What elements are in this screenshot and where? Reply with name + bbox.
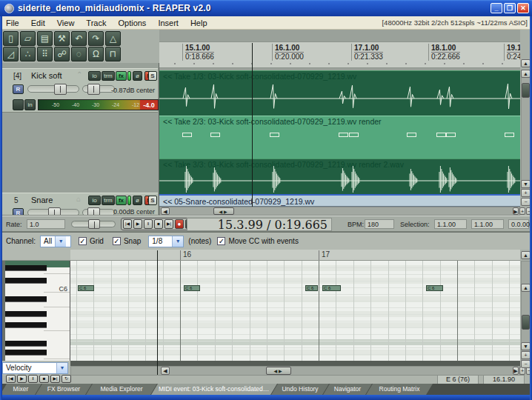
tab-navigator[interactable]: Navigator xyxy=(323,384,372,395)
go-to-end-button[interactable]: ▶| xyxy=(164,219,173,229)
lock-icon[interactable]: ⊓ xyxy=(105,47,121,61)
piano-keyboard[interactable]: C6 xyxy=(2,261,70,361)
midi-note[interactable]: C 6 xyxy=(426,285,443,291)
fx-button[interactable]: fx xyxy=(116,196,127,205)
play-button[interactable]: ▶ xyxy=(133,219,142,229)
menu-help[interactable]: Help xyxy=(184,17,213,29)
volume-slider-thumb[interactable] xyxy=(54,84,67,95)
volume-slider[interactable] xyxy=(27,85,79,93)
grid-settings-icon[interactable]: ⠿ xyxy=(37,47,53,61)
minimize-button[interactable]: _ xyxy=(491,3,502,13)
take-lane-1[interactable]: << Take 1/3: 03-Kick soft-consolidated-0… xyxy=(159,70,520,116)
pause-button[interactable]: ‖ xyxy=(144,219,153,229)
go-to-start-button[interactable]: |◀ xyxy=(123,219,132,229)
ripple-edit-icon[interactable]: ◌ xyxy=(71,47,87,61)
save-project-icon[interactable]: ▤ xyxy=(37,31,53,46)
record-arm-button[interactable]: R xyxy=(13,208,24,216)
track-name[interactable]: Kick soft xyxy=(31,71,62,80)
envelope-icon[interactable]: ◿ xyxy=(3,47,19,61)
open-project-icon[interactable]: ▱ xyxy=(20,31,36,46)
project-settings-icon[interactable]: ⚒ xyxy=(54,31,70,46)
black-key[interactable] xyxy=(5,278,47,284)
black-key[interactable] xyxy=(5,350,47,356)
pan-slider-thumb[interactable] xyxy=(87,207,100,216)
snap-checkbox[interactable]: ✓ xyxy=(113,237,121,245)
fx-enabled-led[interactable] xyxy=(127,196,131,205)
snap-magnet-icon[interactable]: Ω xyxy=(88,47,104,61)
midi-ruler[interactable]: 1617 xyxy=(70,250,520,261)
move-cc-checkbox[interactable]: ✓ xyxy=(217,237,225,245)
grid-checkbox[interactable]: ✓ xyxy=(79,237,87,245)
folder-collapse-icon[interactable]: ⌃ xyxy=(76,70,82,79)
menu-edit[interactable]: Edit xyxy=(25,17,51,29)
playback-position[interactable]: 15.3.99 / 0:19.665 xyxy=(187,218,332,231)
menu-view[interactable]: View xyxy=(51,17,81,29)
scroll-left-icon[interactable]: ◀ xyxy=(161,207,170,215)
undo-icon[interactable]: ↶ xyxy=(71,31,87,46)
midi-note[interactable]: C 6 xyxy=(184,285,200,291)
fx-enabled-led[interactable] xyxy=(127,71,131,81)
routing-icon[interactable]: ∴ xyxy=(20,47,36,61)
arrange-hscroll-thumb[interactable]: ◀▶ xyxy=(213,207,234,215)
speaker-button[interactable] xyxy=(13,99,24,110)
zoom-in-icon[interactable]: + xyxy=(519,207,525,215)
rate-slider[interactable] xyxy=(71,221,116,227)
selection-end[interactable]: 1.1.00 xyxy=(471,219,504,229)
record-button[interactable]: ● xyxy=(175,219,184,229)
scroll-left-icon[interactable]: ◀ xyxy=(161,367,170,375)
bpm-value[interactable]: 180 xyxy=(365,219,394,229)
rate-slider-thumb[interactable] xyxy=(88,219,100,229)
pause-button[interactable]: ‖ xyxy=(28,375,38,383)
menu-track[interactable]: Track xyxy=(80,17,112,29)
grid-division-select[interactable]: 1/8 ▼ xyxy=(148,236,184,247)
record-arm-button[interactable]: R xyxy=(13,84,24,94)
tab-midi-event-03-kick-soft-cons[interactable]: MIDI event: 03-Kick soft-consolidated-07… xyxy=(151,384,277,395)
black-key[interactable] xyxy=(5,311,47,317)
track-name[interactable]: Snare xyxy=(31,196,53,204)
chevron-down-icon[interactable]: ▼ xyxy=(56,363,67,373)
tab-fx-browser[interactable]: FX Browser xyxy=(36,384,92,395)
rate-value[interactable]: 1.0 xyxy=(27,219,65,229)
trim-button[interactable]: trm xyxy=(102,196,115,205)
io-button[interactable]: io xyxy=(88,196,101,205)
selection-start[interactable]: 1.1.00 xyxy=(434,219,467,229)
channel-select[interactable]: All ▼ xyxy=(40,236,71,247)
stop-button[interactable]: ■ xyxy=(154,219,163,229)
input-button[interactable]: in xyxy=(24,99,36,110)
io-button[interactable]: io xyxy=(88,71,101,81)
track-panel-snare[interactable]: 5 Snare ⌂ io trm fx ø M S R 0.00dB cente… xyxy=(1,193,158,216)
solo-button[interactable]: S xyxy=(148,71,157,81)
black-key[interactable] xyxy=(5,296,47,302)
black-key[interactable] xyxy=(5,341,47,347)
black-key[interactable] xyxy=(5,322,47,328)
pan-slider[interactable] xyxy=(82,209,115,216)
chevron-down-icon[interactable]: ▼ xyxy=(55,236,66,247)
media-item-snare[interactable]: << 05-Snare-consolidated-070929_1219.wv xyxy=(159,194,520,207)
new-project-icon[interactable]: ▯ xyxy=(3,31,19,46)
metronome-icon[interactable]: △ xyxy=(105,31,121,46)
cc-lane-divider[interactable] xyxy=(70,361,520,366)
item-grouping-icon[interactable]: ☍ xyxy=(54,47,70,61)
solo-button[interactable]: S xyxy=(148,196,157,205)
scroll-right-icon[interactable]: ▶ xyxy=(513,207,519,215)
timeline-ruler[interactable]: 15.1.000:18.66616.1.000:20.00017.1.000:2… xyxy=(159,41,520,68)
track-panel-kick[interactable]: [4] Kick soft ⌃ io trm fx ø M S R -0.87d… xyxy=(1,68,158,113)
repeat-button[interactable]: ↻ xyxy=(61,375,71,383)
go-to-start-button[interactable]: |◀ xyxy=(6,375,16,383)
scroll-right-icon[interactable]: ▶ xyxy=(513,367,519,375)
midi-hscroll-thumb[interactable]: ◀▶ xyxy=(266,367,291,375)
title-bar[interactable]: siderite_demo_midiaudiomix - REAPER v2.0… xyxy=(0,0,532,16)
trim-button[interactable]: trm xyxy=(102,71,115,81)
midi-note-grid[interactable]: C 6C 6C 6C 6C 6 xyxy=(70,261,520,361)
menu-file[interactable]: File xyxy=(0,17,25,29)
phase-button[interactable]: ø xyxy=(133,196,142,205)
take-lane-2[interactable]: << Take 2/3: 03-Kick soft-consolidated-0… xyxy=(159,116,520,159)
menu-insert[interactable]: Insert xyxy=(152,17,184,29)
pan-slider[interactable] xyxy=(82,85,115,93)
restore-button[interactable]: ❐ xyxy=(504,3,516,13)
tab-media-explorer[interactable]: Media Explorer xyxy=(86,384,157,395)
tab-undo-history[interactable]: Undo History xyxy=(271,384,329,395)
tab-mixer[interactable]: Mixer xyxy=(0,384,41,395)
go-to-end-button[interactable]: ▶| xyxy=(50,375,60,383)
midi-note[interactable]: C 6 xyxy=(78,285,94,291)
